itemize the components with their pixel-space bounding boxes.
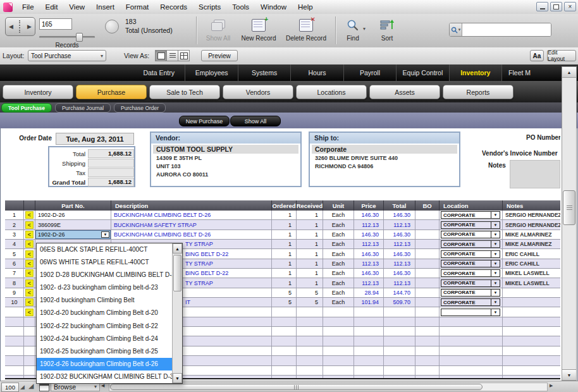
tab-purchase-journal[interactable]: Purchase Journal — [55, 103, 111, 113]
part-no-cell[interactable]: 1902-D-26 — [35, 211, 111, 219]
price-cell[interactable] — [354, 317, 384, 326]
total-cell[interactable]: 144.70 — [384, 288, 415, 297]
total-cell[interactable]: 509.70 — [384, 298, 415, 307]
ordered-cell[interactable] — [272, 327, 297, 336]
zoom-out-icon[interactable]: ◢ — [20, 384, 25, 390]
sort-button[interactable]: Sort — [374, 17, 400, 42]
unit-cell[interactable] — [323, 327, 354, 336]
tab-purchase[interactable]: Purchase — [76, 85, 147, 99]
show-all-purchases-button[interactable]: Show All — [230, 116, 281, 126]
total-cell[interactable]: 112.13 — [384, 278, 415, 287]
backorder-cell[interactable] — [415, 278, 440, 287]
tab-tool-purchase[interactable]: Tool Purchase — [1, 103, 52, 113]
backorder-cell[interactable] — [415, 298, 440, 307]
notes-cell[interactable]: SERGIO HERNANDEZ — [503, 211, 560, 219]
location-dropdown[interactable]: CORPORATE▼ — [441, 231, 500, 238]
unit-cell[interactable] — [323, 376, 354, 379]
column-header-description[interactable]: Description — [111, 200, 272, 211]
dropdown-item[interactable]: 1902- d-23 buckingham climbing belt-d-23 — [37, 281, 172, 294]
go-to-related-icon[interactable]: < — [25, 221, 34, 229]
ordered-cell[interactable]: 1 — [272, 240, 297, 248]
vendor-name-field[interactable]: CUSTOM TOOL SUPPLY — [153, 145, 298, 154]
next-record-icon[interactable]: ▶ — [27, 23, 32, 30]
tab-vendors[interactable]: Vendors — [223, 85, 293, 99]
dropdown-item[interactable]: 1902 D-28 BUCKINGHAM CLIMBING BELT D-28 — [37, 269, 172, 281]
column-header-part-no[interactable]: Part No. — [35, 200, 111, 211]
part-dropdown-arrow-icon[interactable]: ▼ — [101, 231, 109, 238]
dropdown-scroll-thumb[interactable] — [173, 255, 181, 291]
backorder-cell[interactable] — [415, 307, 440, 316]
dropdown-item[interactable]: 1902-d buckingham Climbing Belt — [37, 294, 172, 307]
received-cell[interactable]: 5 — [297, 288, 323, 297]
vertical-scroll-thumb[interactable] — [563, 190, 575, 225]
view-list-button[interactable] — [166, 50, 178, 61]
column-header-price[interactable]: Price — [354, 200, 384, 211]
price-cell[interactable]: 112.13 — [354, 240, 384, 248]
price-cell[interactable] — [354, 366, 384, 375]
received-cell[interactable] — [297, 366, 323, 375]
backorder-cell[interactable] — [415, 249, 440, 258]
close-button[interactable]: × — [564, 2, 576, 11]
minimize-button[interactable] — [536, 2, 548, 11]
total-cell[interactable] — [384, 366, 415, 375]
price-cell[interactable]: 28.94 — [354, 288, 384, 297]
total-cell[interactable]: 146.30 — [384, 230, 415, 239]
total-field-tax[interactable] — [88, 168, 134, 177]
total-cell[interactable] — [384, 336, 415, 345]
received-cell[interactable] — [297, 336, 323, 345]
tab-systems[interactable]: Systems — [238, 64, 290, 81]
location-arrow-icon[interactable]: ▼ — [491, 260, 500, 267]
description-cell[interactable]: BUCKINGHAM CLIMBING BELT D-26 — [111, 211, 272, 219]
ordered-cell[interactable] — [272, 356, 297, 365]
notes-cell[interactable] — [503, 327, 560, 336]
notes-cell[interactable]: ERIC CAHILL — [503, 249, 560, 258]
location-arrow-icon[interactable]: ▼ — [491, 270, 500, 276]
received-cell[interactable]: 5 — [297, 298, 323, 307]
tab-equip-control[interactable]: Equip Control — [396, 64, 448, 81]
notes-cell[interactable] — [503, 288, 560, 297]
go-to-related-icon[interactable]: < — [25, 231, 34, 238]
notes-cell[interactable]: MIKE ALMARINEZ — [503, 240, 560, 248]
received-cell[interactable] — [297, 356, 323, 365]
order-date-field[interactable]: Tue, Aug 23, 2011 — [56, 133, 134, 145]
received-cell[interactable] — [297, 346, 323, 355]
menu-tools[interactable]: Tools — [226, 1, 255, 14]
find-button[interactable]: Find ▾ — [340, 17, 366, 42]
price-cell[interactable]: 146.30 — [354, 269, 384, 278]
location-arrow-icon[interactable]: ▼ — [491, 231, 500, 238]
ordered-cell[interactable] — [272, 317, 297, 326]
record-navigation-book[interactable]: ◀ ▶ — [5, 17, 35, 36]
backorder-cell[interactable] — [415, 336, 440, 345]
go-to-related-icon[interactable]: < — [25, 309, 34, 316]
location-arrow-icon[interactable]: ▼ — [491, 309, 500, 315]
unit-cell[interactable]: Each — [323, 288, 354, 297]
previous-record-icon[interactable]: ◀ — [9, 23, 13, 30]
part-no-cell[interactable]: 1902-D-26▼ — [35, 230, 111, 239]
ordered-cell[interactable] — [272, 376, 297, 379]
ordered-cell[interactable] — [272, 366, 297, 375]
menu-view[interactable]: View — [63, 1, 90, 14]
location-arrow-icon[interactable]: ▼ — [491, 280, 500, 286]
received-cell[interactable]: 1 — [297, 240, 323, 248]
location-dropdown[interactable]: CORPORATE▼ — [441, 240, 500, 248]
total-cell[interactable]: 146.30 — [384, 269, 415, 278]
total-cell[interactable]: 146.30 — [384, 249, 415, 258]
dropdown-item[interactable]: 1902-d-24 buckingham Climbing Belt d-24 — [37, 333, 172, 345]
location-dropdown[interactable]: CORPORATE▼ — [441, 298, 500, 306]
notes-cell[interactable]: MIKE ALMARINEZ — [503, 230, 560, 239]
notes-cell[interactable] — [503, 307, 560, 316]
zoom-level-field[interactable]: 100 — [1, 383, 19, 392]
backorder-cell[interactable] — [415, 288, 440, 297]
go-to-related-icon[interactable]: < — [25, 250, 34, 258]
new-purchase-button[interactable]: New Purchase — [179, 116, 230, 126]
filemaker-app-icon[interactable] — [3, 3, 13, 12]
current-record-input[interactable] — [39, 18, 72, 30]
menu-edit[interactable]: Edit — [40, 1, 64, 14]
menu-file[interactable]: File — [16, 1, 40, 14]
backorder-cell[interactable] — [415, 240, 440, 248]
column-header-received[interactable]: Received — [297, 200, 323, 211]
price-cell[interactable] — [354, 376, 384, 379]
tab-inventory[interactable]: Inventory — [449, 64, 501, 81]
menu-scripts[interactable]: Scripts — [193, 1, 226, 14]
unit-cell[interactable] — [323, 366, 354, 375]
